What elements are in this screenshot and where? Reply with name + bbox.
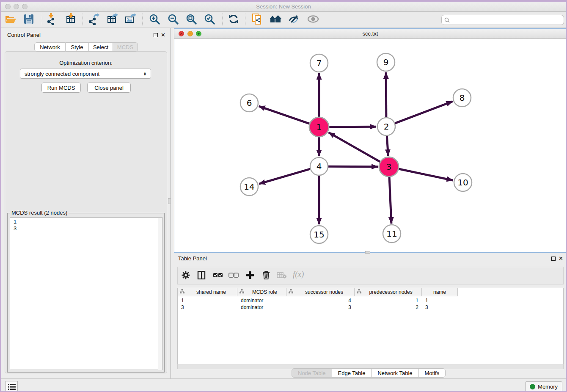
zoom-out-button[interactable] (166, 13, 180, 27)
edge-2-3[interactable] (387, 136, 388, 156)
edge-3-11[interactable] (389, 177, 391, 224)
column-header-name[interactable]: name (422, 288, 458, 296)
columns-button[interactable] (195, 269, 208, 283)
table-cell[interactable]: dominator (237, 297, 286, 304)
edge-3-1[interactable] (329, 133, 380, 162)
delete-table-button[interactable] (275, 269, 289, 283)
table-cell[interactable]: 3 (178, 304, 237, 311)
graph-node-6[interactable]: 6 (240, 94, 258, 112)
close-panel-button[interactable]: Close panel (87, 83, 131, 93)
function-builder-button[interactable]: f(x) (293, 270, 304, 279)
table-panel-float-icon[interactable] (551, 257, 556, 261)
hide-selected-button[interactable] (286, 13, 301, 27)
table-row[interactable]: 1dominator411 (178, 297, 458, 304)
tab-select[interactable]: Select (89, 42, 113, 52)
column-header-predecessor-nodes[interactable]: predecessor nodes (355, 288, 422, 296)
tab-motifs[interactable]: Motifs (419, 368, 446, 378)
clone-network-button[interactable] (250, 13, 264, 27)
node-label-7: 7 (317, 58, 322, 68)
graph-node-2[interactable]: 2 (377, 118, 395, 135)
edge-2-8[interactable] (395, 102, 453, 124)
graph-node-4[interactable]: 4 (310, 157, 328, 175)
edge-4-14[interactable] (259, 169, 310, 184)
graph-node-11[interactable]: 11 (383, 225, 401, 243)
zoom-selected-button[interactable] (202, 13, 217, 27)
horizontal-splitter-handle[interactable] (365, 251, 370, 254)
table-cell[interactable]: 4 (286, 297, 355, 304)
columns-icon (197, 271, 206, 281)
tab-network[interactable]: Network (34, 42, 66, 52)
refresh-button[interactable] (226, 13, 241, 27)
graph-node-7[interactable]: 7 (310, 54, 328, 72)
network-window-titlebar[interactable]: ✕ − + scc.txt (174, 29, 566, 39)
table-cell[interactable]: 2 (355, 304, 422, 311)
edge-4-3[interactable] (328, 166, 378, 167)
table-panel-tabs: Node TableEdge TableNetwork TableMotifs (292, 368, 446, 378)
mcds-result-group: MCDS result (2 nodes) 13 (7, 213, 165, 373)
graph-node-8[interactable]: 8 (453, 89, 471, 107)
open-folder-icon (5, 13, 17, 27)
control-panel-float-icon[interactable] (154, 33, 158, 37)
select-all-button[interactable] (211, 269, 225, 283)
edge-1-2[interactable] (329, 127, 376, 127)
add-button[interactable] (243, 269, 257, 283)
graph-node-1[interactable]: 1 (309, 117, 329, 137)
tab-edge-table[interactable]: Edge Table (332, 368, 372, 378)
tab-mcds[interactable]: MCDS (113, 42, 138, 52)
edge-3-10[interactable] (399, 169, 453, 180)
graph-node-10[interactable]: 10 (454, 174, 472, 191)
zoom-selected-icon (204, 13, 215, 27)
table-cell[interactable]: 1 (422, 297, 458, 304)
task-history-button[interactable] (6, 381, 18, 392)
node-label-3: 3 (386, 162, 392, 172)
tab-node-table[interactable]: Node Table (292, 368, 332, 378)
optimization-criterion-select[interactable]: strongly connected component ▲▼ (20, 69, 151, 79)
graph-node-9[interactable]: 9 (377, 53, 395, 71)
show-selected-icon (307, 14, 319, 25)
deselect-all-button[interactable] (227, 269, 240, 283)
node-label-6: 6 (247, 98, 252, 108)
column-header-MCDS-role[interactable]: MCDS role (237, 288, 286, 296)
gear-icon (182, 271, 190, 281)
graph-node-14[interactable]: 14 (240, 178, 258, 196)
mcds-result-scrollbar[interactable] (158, 218, 162, 370)
open-folder-button[interactable] (3, 13, 18, 27)
save-button[interactable] (22, 13, 36, 27)
memory-button[interactable]: Memory (525, 381, 562, 392)
table-cell[interactable]: 3 (422, 304, 458, 311)
control-panel-close-icon[interactable]: ✕ (161, 32, 165, 38)
node-label-10: 10 (457, 177, 468, 188)
table-cell[interactable]: 1 (355, 297, 422, 304)
table-cell[interactable]: 1 (178, 297, 237, 304)
table-row[interactable]: 3dominator323 (178, 304, 458, 311)
export-network-button[interactable] (86, 13, 101, 27)
column-header-successor-nodes[interactable]: successor nodes (286, 288, 355, 296)
import-network-button[interactable] (44, 13, 58, 27)
graph-node-15[interactable]: 15 (310, 226, 328, 243)
table-panel-close-icon[interactable]: ✕ (559, 255, 563, 262)
zoom-in-button[interactable] (147, 13, 162, 27)
memory-status-icon (530, 384, 535, 389)
vertical-splitter-handle[interactable] (168, 198, 171, 204)
home-button[interactable] (268, 13, 283, 27)
edge-2-9[interactable] (386, 72, 386, 117)
tab-network-table[interactable]: Network Table (372, 368, 418, 378)
table-cell[interactable]: dominator (237, 304, 286, 311)
import-table-button[interactable] (64, 13, 78, 27)
gear-button[interactable] (179, 269, 193, 283)
network-canvas[interactable]: 7968124314101511 (174, 39, 566, 252)
tab-style[interactable]: Style (66, 42, 89, 52)
mcds-result-textarea[interactable]: 13 (10, 217, 162, 370)
search-input[interactable] (441, 15, 564, 25)
graph-node-3[interactable]: 3 (379, 157, 399, 177)
control-panel-title: Control Panel (7, 32, 41, 38)
column-header-shared-name[interactable]: shared name (178, 288, 237, 296)
table-cell[interactable]: 3 (286, 304, 355, 311)
export-image-button[interactable] (123, 13, 138, 27)
edge-1-6[interactable] (259, 106, 310, 124)
run-mcds-button[interactable]: Run MCDS (41, 83, 81, 93)
delete-button[interactable] (259, 269, 273, 283)
export-table-button[interactable] (105, 13, 119, 27)
show-selected-button[interactable] (306, 13, 320, 27)
zoom-fit-button[interactable] (184, 13, 198, 27)
